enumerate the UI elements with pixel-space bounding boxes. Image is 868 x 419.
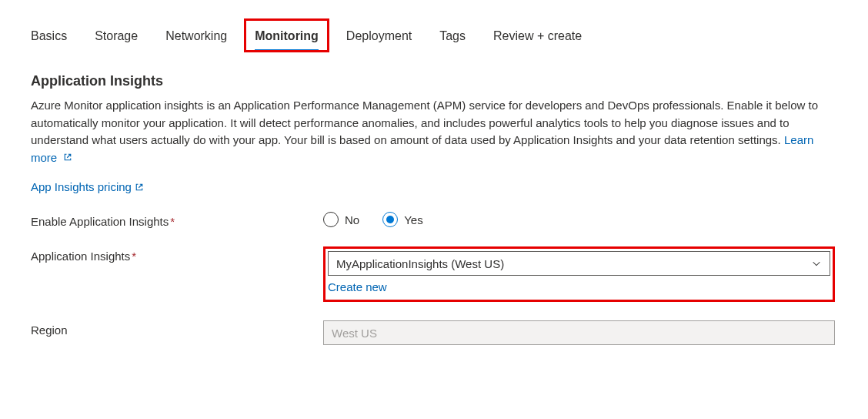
region-input: West US [323, 320, 835, 345]
tab-tags[interactable]: Tags [439, 23, 466, 52]
enable-insights-row: Enable Application Insights* No Yes [31, 212, 837, 228]
highlight-box-dropdown: MyApplicationInsights (West US) Create n… [323, 246, 835, 302]
radio-yes[interactable]: Yes [382, 212, 422, 227]
section-description: Azure Monitor application insights is an… [31, 97, 831, 166]
radio-circle-checked-icon [382, 212, 398, 227]
chevron-down-icon [811, 258, 822, 269]
region-label: Region [31, 320, 323, 337]
tab-review-create[interactable]: Review + create [493, 23, 582, 52]
tab-storage[interactable]: Storage [95, 23, 138, 52]
tab-bar: Basics Storage Networking Monitoring Dep… [31, 23, 837, 52]
application-insights-row: Application Insights* MyApplicationInsig… [31, 246, 837, 302]
region-row: Region West US [31, 320, 837, 345]
required-asterisk: * [170, 215, 175, 228]
enable-insights-radio-group: No Yes [323, 212, 835, 227]
section-heading: Application Insights [31, 73, 837, 89]
pricing-link[interactable]: App Insights pricing [31, 180, 144, 193]
enable-insights-label: Enable Application Insights* [31, 212, 323, 228]
application-insights-label: Application Insights* [31, 246, 323, 263]
tab-monitoring[interactable]: Monitoring [255, 23, 319, 52]
external-link-icon [63, 153, 72, 162]
application-insights-dropdown[interactable]: MyApplicationInsights (West US) [328, 251, 830, 276]
tab-deployment[interactable]: Deployment [346, 23, 412, 52]
region-value: West US [332, 327, 377, 340]
radio-circle-icon [323, 212, 339, 227]
tab-networking[interactable]: Networking [165, 23, 227, 52]
radio-no[interactable]: No [323, 212, 359, 227]
tab-basics[interactable]: Basics [31, 23, 67, 52]
external-link-icon [135, 183, 144, 192]
dropdown-value: MyApplicationInsights (West US) [336, 257, 504, 270]
create-new-link[interactable]: Create new [328, 280, 387, 293]
required-asterisk: * [132, 250, 136, 263]
